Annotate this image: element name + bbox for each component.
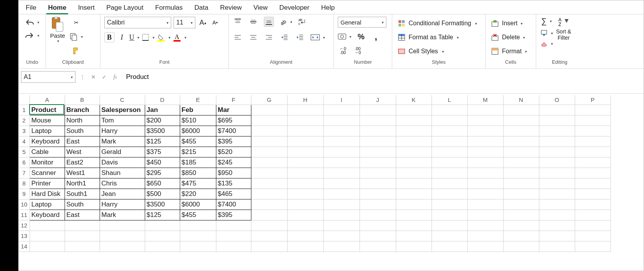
cell[interactable]: $3500 [145,199,180,210]
cell[interactable] [323,126,360,136]
cell[interactable]: Salesperson [100,105,145,115]
cell[interactable] [432,126,467,136]
cell[interactable] [360,147,396,157]
cell[interactable] [180,220,216,231]
cell[interactable] [287,241,323,252]
column-header[interactable]: A [30,95,65,105]
row-header[interactable]: 6 [19,157,30,168]
cell[interactable] [216,220,251,231]
cell[interactable] [503,189,539,199]
cell[interactable] [432,231,467,241]
cell[interactable] [575,210,611,220]
cell[interactable] [575,168,611,178]
cell[interactable]: South [65,199,100,210]
cell[interactable] [100,231,145,241]
column-header[interactable]: G [251,95,287,105]
column-header[interactable]: J [360,95,396,105]
cell[interactable] [323,199,360,210]
borders-button[interactable]: ▾ [142,33,154,41]
cell[interactable] [323,136,360,147]
row-header[interactable]: 3 [19,126,30,136]
cell[interactable] [287,189,323,199]
tab-home[interactable]: Home [46,2,68,14]
cell[interactable] [467,241,503,252]
cell[interactable]: Laptop [30,126,65,136]
undo-button[interactable]: ▾ [25,18,39,26]
cell[interactable]: $215 [180,147,216,157]
cell[interactable]: Gerald [100,147,145,157]
cell[interactable] [432,105,467,115]
cell[interactable] [251,126,287,136]
cell[interactable] [432,136,467,147]
cell[interactable]: $125 [145,210,180,220]
tab-help[interactable]: Help [319,2,336,14]
cell[interactable] [575,231,611,241]
cell[interactable] [575,178,611,189]
paste-button[interactable]: Paste ▾ [50,17,65,43]
row-header[interactable]: 11 [19,210,30,220]
cell[interactable] [539,168,575,178]
cell[interactable] [396,168,432,178]
cell[interactable] [323,105,360,115]
cell[interactable] [360,189,396,199]
cell[interactable] [575,126,611,136]
font-name-combo[interactable]: Calibri▾ [104,17,171,28]
cell[interactable] [323,157,360,168]
cell[interactable] [65,231,100,241]
insert-function-button[interactable]: fx [111,72,120,82]
cell[interactable]: Hard Disk [30,189,65,199]
cell[interactable]: Harry [100,199,145,210]
cell[interactable] [360,136,396,147]
cell[interactable]: South [65,126,100,136]
select-all-corner[interactable] [19,95,30,105]
cell[interactable] [287,157,323,168]
cell[interactable]: $220 [180,189,216,199]
cell[interactable] [360,210,396,220]
row-header[interactable]: 5 [19,147,30,157]
decrease-indent-button[interactable] [279,32,290,42]
format-painter-button[interactable] [71,45,81,56]
fill-color-button[interactable]: ▾ [157,33,170,42]
cell[interactable] [539,241,575,252]
cell[interactable] [251,147,287,157]
row-header[interactable]: 7 [19,168,30,178]
cell[interactable] [396,105,432,115]
row-header[interactable]: 9 [19,189,30,199]
format-cells-button[interactable]: Format▾ [490,45,528,58]
cancel-formula-button[interactable]: ✕ [89,72,98,82]
tab-file[interactable]: File [24,2,38,14]
cell[interactable] [539,147,575,157]
cell[interactable]: Printer [30,178,65,189]
cell[interactable]: $295 [145,168,180,178]
orientation-button[interactable]: ab▾ [279,18,292,26]
cell[interactable] [467,220,503,231]
cell[interactable]: Cable [30,147,65,157]
cell[interactable] [432,220,467,231]
cell[interactable] [287,210,323,220]
cell[interactable] [396,199,432,210]
row-header[interactable]: 13 [19,231,30,241]
cell[interactable] [287,168,323,178]
cell[interactable] [396,178,432,189]
format-as-table-button[interactable]: Format as Table▾ [396,31,460,44]
cell[interactable] [467,126,503,136]
number-format-combo[interactable]: General▾ [338,17,386,28]
cell[interactable] [575,136,611,147]
cell[interactable] [396,147,432,157]
cell[interactable] [575,199,611,210]
cell[interactable]: $455 [180,136,216,147]
column-header[interactable]: M [467,95,503,105]
cell[interactable]: $6000 [180,126,216,136]
insert-cells-button[interactable]: Insert▾ [490,17,524,30]
align-bottom-button[interactable] [264,17,274,27]
cut-button[interactable]: ✂ [71,17,81,28]
cell[interactable]: West1 [65,168,100,178]
cell[interactable] [467,199,503,210]
sort-filter-button[interactable]: AZ Sort & Filter [556,17,571,47]
cell[interactable] [287,220,323,231]
cell[interactable]: Mouse [30,115,65,126]
cell[interactable]: East [65,210,100,220]
column-header[interactable]: N [503,95,539,105]
cell[interactable]: $465 [216,189,251,199]
cell[interactable] [575,189,611,199]
